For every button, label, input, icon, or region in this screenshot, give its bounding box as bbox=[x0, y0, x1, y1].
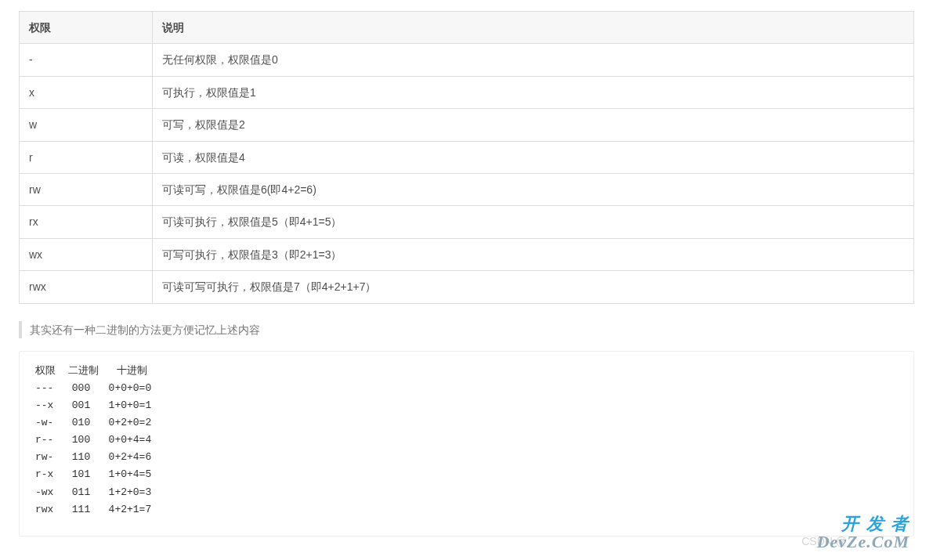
cell-description: 可读，权限值是4 bbox=[153, 141, 914, 173]
table-row: - 无任何权限，权限值是0 bbox=[20, 44, 914, 76]
blockquote-note: 其实还有一种二进制的方法更方便记忆上述内容 bbox=[19, 321, 914, 338]
cell-permission: rx bbox=[20, 206, 153, 238]
table-row: rx 可读可执行，权限值是5（即4+1=5） bbox=[20, 206, 914, 238]
cell-description: 可读可写可执行，权限值是7（即4+2+1+7） bbox=[153, 271, 914, 303]
logo-bottom-text: DevZe.CoM bbox=[817, 533, 909, 551]
header-description: 说明 bbox=[153, 12, 914, 44]
cell-description: 可读可写，权限值是6(即4+2=6) bbox=[153, 173, 914, 205]
cell-permission: rw bbox=[20, 173, 153, 205]
table-row: r 可读，权限值是4 bbox=[20, 141, 914, 173]
cell-description: 可读可执行，权限值是5（即4+1=5） bbox=[153, 206, 914, 238]
cell-description: 可写，权限值是2 bbox=[153, 109, 914, 141]
table-row: rwx 可读可写可执行，权限值是7（即4+2+1+7） bbox=[20, 271, 914, 303]
code-block: 权限 二进制 十进制 --- 000 0+0+0=0 --x 001 1+0+0… bbox=[19, 351, 914, 537]
header-permission: 权限 bbox=[20, 12, 153, 44]
cell-permission: rwx bbox=[20, 271, 153, 303]
cell-permission: wx bbox=[20, 238, 153, 270]
table-row: x 可执行，权限值是1 bbox=[20, 76, 914, 108]
cell-permission: w bbox=[20, 109, 153, 141]
site-logo: 开 发 者 DevZe.CoM bbox=[817, 515, 909, 551]
cell-description: 可写可执行，权限值是3（即2+1=3） bbox=[153, 238, 914, 270]
cell-permission: x bbox=[20, 76, 153, 108]
cell-permission: - bbox=[20, 44, 153, 76]
cell-permission: r bbox=[20, 141, 153, 173]
cell-description: 无任何权限，权限值是0 bbox=[153, 44, 914, 76]
table-header-row: 权限 说明 bbox=[20, 12, 914, 44]
logo-top-text: 开 发 者 bbox=[817, 515, 909, 533]
code-content: 权限 二进制 十进制 --- 000 0+0+0=0 --x 001 1+0+0… bbox=[35, 363, 898, 518]
table-row: w 可写，权限值是2 bbox=[20, 109, 914, 141]
permissions-table: 权限 说明 - 无任何权限，权限值是0 x 可执行，权限值是1 w 可写，权限值… bbox=[19, 11, 914, 304]
table-row: wx 可写可执行，权限值是3（即2+1=3） bbox=[20, 238, 914, 270]
table-row: rw 可读可写，权限值是6(即4+2=6) bbox=[20, 173, 914, 205]
cell-description: 可执行，权限值是1 bbox=[153, 76, 914, 108]
